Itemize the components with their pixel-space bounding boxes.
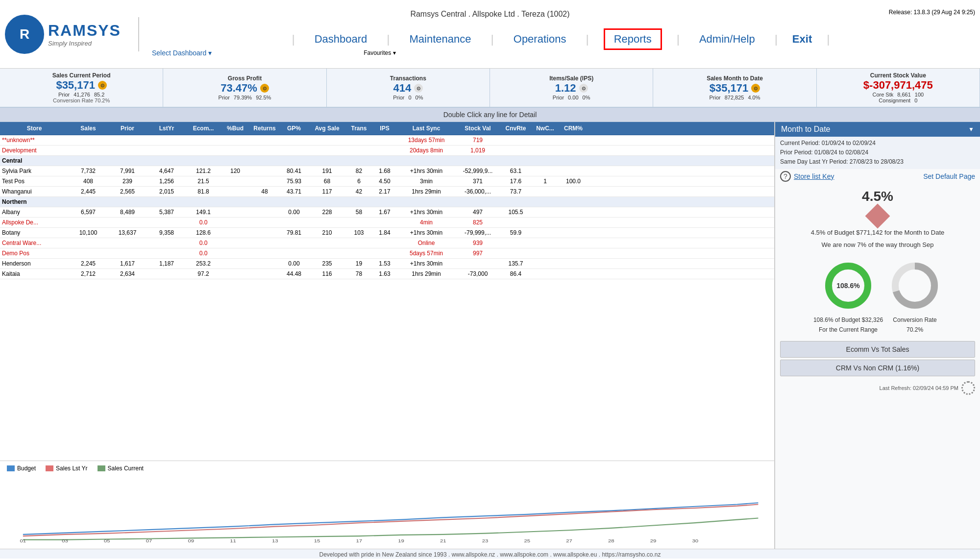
stat-value-mtd: $35,171 ⊙ xyxy=(710,82,760,95)
tagline: Simply Inspired xyxy=(48,40,121,47)
stat-stock-value: Current Stock Value $-307,971,475 Core S… xyxy=(817,69,980,107)
stat-value-gp: 73.47% ⊙ xyxy=(220,82,269,95)
table-row[interactable]: Sylvia Park 7,732 7,991 4,647 121.2 120 … xyxy=(0,166,774,176)
stat-icon-sales[interactable]: ⊙ xyxy=(98,81,107,90)
budget-text2: We are now 7% of the way through Sep xyxy=(780,240,975,250)
col-header-lstyr: LstYr xyxy=(147,124,186,133)
donut-conversion-label1: Conversion Rate xyxy=(888,316,942,324)
selector-arrow-icon: ▼ xyxy=(968,126,974,133)
release-info: Release: 13.8.3 (29 Aug 24 9:25) xyxy=(889,9,975,16)
svg-text:09: 09 xyxy=(188,538,195,542)
stat-sub-ips: Prior 0.00 0% xyxy=(553,95,590,100)
period-info: Current Period: 01/09/24 to 02/09/24 Pri… xyxy=(775,137,980,169)
table-rows: **unknown** 13days 57min 719 Developme xyxy=(0,135,774,461)
donut-budget: 108.6% 108.6% of Budget $32,326 For the … xyxy=(813,259,883,335)
crm-vs-non-crm-button[interactable]: CRM Vs Non CRM (1.16%) xyxy=(780,360,975,376)
table-row-group[interactable]: Central xyxy=(0,156,774,166)
table-row[interactable]: Development 20days 8min 1,019 xyxy=(0,146,774,156)
store-list-key[interactable]: Store list Key xyxy=(794,172,834,180)
ecomm-vs-sales-button[interactable]: Ecomm Vs Tot Sales xyxy=(780,341,975,358)
svg-text:27: 27 xyxy=(566,538,572,542)
col-header-gp: GP% xyxy=(279,124,309,133)
nav-operations[interactable]: Operations xyxy=(509,31,571,48)
svg-text:23: 23 xyxy=(482,538,489,542)
stat-label-trans: Transactions xyxy=(390,75,426,82)
select-dashboard[interactable]: Select Dashboard ▾ xyxy=(152,49,212,57)
table-row[interactable]: Botany 10,100 13,637 9,358 128.6 79.81 2… xyxy=(0,228,774,238)
donuts-area: 108.6% 108.6% of Budget $32,326 For the … xyxy=(775,255,980,339)
legend-sales-current: Sales Current xyxy=(98,465,144,472)
table-row[interactable]: Henderson 2,245 1,617 1,187 253.2 0.00 2… xyxy=(0,259,774,269)
table-row[interactable]: **unknown** 13days 57min 719 xyxy=(0,135,774,146)
help-icon[interactable]: ? xyxy=(780,171,791,182)
table-header: Store Sales Prior LstYr Ecom... %Bud Ret… xyxy=(0,122,774,135)
stat-icon-gp[interactable]: ⊙ xyxy=(260,84,269,93)
refresh-spinner-icon[interactable] xyxy=(961,381,975,395)
stat-value-ips: 1.12 ⊙ xyxy=(555,82,588,95)
col-header-trans: Trans xyxy=(345,124,372,133)
header: R RAMSYS Simply Inspired Ramsys Central … xyxy=(0,0,980,69)
svg-text:03: 03 xyxy=(62,538,68,542)
col-header-avgsale: Avg Sale xyxy=(309,124,345,133)
svg-text:07: 07 xyxy=(146,538,152,542)
table-row[interactable]: Test Pos 408 239 1,256 21.5 75.93 68 6 4… xyxy=(0,176,774,187)
legend-color-budget xyxy=(7,465,15,471)
donut-conversion: Conversion Rate 70.2% xyxy=(888,259,942,335)
svg-text:05: 05 xyxy=(104,538,110,542)
main-area: Store Sales Prior LstYr Ecom... %Bud Ret… xyxy=(0,122,980,549)
stat-ips: Items/Sale (IPS) 1.12 ⊙ Prior 0.00 0% xyxy=(490,69,653,107)
stat-icon-mtd[interactable]: ⊙ xyxy=(751,84,760,93)
table-row[interactable]: Kaitaia 2,712 2,634 97.2 44.48 116 78 1.… xyxy=(0,269,774,279)
nav-dashboard[interactable]: Dashboard xyxy=(310,31,372,48)
set-default-page[interactable]: Set Default Page xyxy=(923,172,975,180)
favourites[interactable]: Favourites ▾ xyxy=(364,49,395,56)
table-row[interactable]: Central Ware... 0.0 Online 939 xyxy=(0,238,774,248)
col-header-prior: Prior xyxy=(108,124,147,133)
stat-label-stock: Current Stock Value xyxy=(870,72,926,79)
store-list-area: ? Store list Key Set Default Page xyxy=(775,169,980,184)
stat-sub-stock2: Consignment 0 xyxy=(879,97,917,103)
stat-value-sales-current: $35,171 ⊙ xyxy=(56,79,107,92)
refresh-area: Last Refresh: 02/09/24 04:59 PM xyxy=(775,379,980,397)
col-header-stockval: Stock Val xyxy=(456,124,500,133)
col-header-ecomm: Ecom... xyxy=(186,124,220,133)
stats-bar: Sales Current Period $35,171 ⊙ Prior 41,… xyxy=(0,69,980,108)
table-row[interactable]: Allspoke De... 0.0 4min 825 xyxy=(0,218,774,228)
stat-icon-ips[interactable]: ⊙ xyxy=(579,84,588,93)
dbl-click-bar: Double Click any line for Detail xyxy=(0,108,980,122)
budget-diamond-icon xyxy=(865,203,890,228)
col-header-cnvrate: CnvRte xyxy=(500,124,532,133)
center-title: Ramsys Central . Allspoke Ltd . Tereza (… xyxy=(410,10,569,19)
col-header-ips: IPS xyxy=(372,124,397,133)
cell-store: **unknown** xyxy=(0,136,69,144)
stat-sales-mtd: Sales Month to Date $35,171 ⊙ Prior 872,… xyxy=(653,69,816,107)
col-header-store: Store xyxy=(0,124,69,133)
donut-svg-budget: 108.6% xyxy=(821,259,875,313)
legend-color-current xyxy=(98,465,105,471)
stat-value-trans: 414 ⊙ xyxy=(393,82,423,95)
nav-exit[interactable]: Exit xyxy=(792,33,812,46)
nav-maintenance[interactable]: Maintenance xyxy=(405,31,476,48)
budget-percentage: 4.5% xyxy=(780,189,975,204)
nav-reports[interactable]: Reports xyxy=(604,28,662,50)
table-row[interactable]: Whanganui 2,445 2,565 2,015 81.8 48 43.7… xyxy=(0,187,774,197)
stat-value-stock: $-307,971,475 xyxy=(863,79,933,92)
table-row-group[interactable]: Northern xyxy=(0,197,774,207)
table-row[interactable]: Albany 6,597 8,489 5,387 149.1 0.00 228 … xyxy=(0,207,774,218)
svg-text:30: 30 xyxy=(692,538,698,542)
period-selector[interactable]: Month to Date ▼ xyxy=(775,122,980,137)
donut-conversion-label2: 70.2% xyxy=(888,326,942,334)
svg-text:29: 29 xyxy=(650,538,657,542)
budget-text1: 4.5% of Budget $771,142 for the Month to… xyxy=(780,228,975,238)
period-selector-label: Month to Date xyxy=(781,125,831,134)
col-header-returns: Returns xyxy=(250,124,279,133)
stat-label-mtd: Sales Month to Date xyxy=(707,75,763,82)
nav-admin-help[interactable]: Admin/Help xyxy=(694,31,760,48)
col-header-bud: %Bud xyxy=(220,124,250,133)
svg-text:17: 17 xyxy=(356,538,362,542)
brand-name: RAMSYS xyxy=(48,22,121,40)
logo-area: R RAMSYS Simply Inspired xyxy=(5,15,121,54)
stat-sub-sales-current: Prior 41,276 85.2 xyxy=(58,92,104,97)
table-row[interactable]: Demo Pos 0.0 5days 57min 997 xyxy=(0,248,774,259)
stat-icon-trans[interactable]: ⊙ xyxy=(414,84,423,93)
